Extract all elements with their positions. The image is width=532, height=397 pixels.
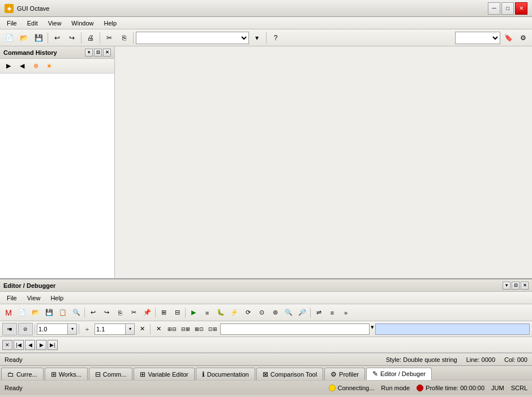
tab-variable-editor[interactable]: ⊞ Variable Editor [134, 368, 194, 380]
ed-times-btn[interactable]: ✕ [136, 323, 148, 335]
save-button[interactable]: 💾 [32, 31, 45, 45]
ch-add-button[interactable]: ⊕ [29, 60, 42, 72]
ed-zoom-in[interactable]: 🔍 [282, 307, 295, 319]
ed-format[interactable]: ≡ [326, 307, 338, 319]
copy-button[interactable]: ⎘ [117, 31, 131, 45]
menu-help[interactable]: Help [99, 18, 121, 29]
ed-open-file[interactable]: 📂 [29, 307, 42, 319]
ch-back-button[interactable]: ◀ [16, 60, 28, 72]
tab-workspace[interactable]: ⊞ Works... [45, 368, 88, 380]
status-scrl: SCRL [511, 385, 527, 391]
tab-comparison-tool[interactable]: ⊠ Comparison Tool [256, 368, 323, 380]
ed-indent[interactable]: ⊞ [157, 307, 170, 319]
ed-debug4[interactable]: ⊙ [255, 307, 268, 319]
panel-menu-button[interactable]: ▾ [85, 49, 93, 57]
tab-comparison-tool-icon: ⊠ [263, 370, 268, 378]
nav-next[interactable]: ▶ [36, 340, 46, 350]
menu-view[interactable]: View [44, 18, 66, 29]
tab-command-history-icon: ⊟ [95, 370, 101, 378]
ed-toggle-bp[interactable]: •■ [2, 323, 17, 335]
redo-button[interactable]: ↪ [65, 31, 79, 45]
ed-debug3[interactable]: ⟳ [242, 307, 254, 319]
editor-undock-button[interactable]: ⊡ [512, 282, 520, 290]
tab-profiler[interactable]: ⚙ Profiler [324, 368, 365, 380]
nav-prev[interactable]: ◀ [25, 340, 35, 350]
ed-find[interactable]: 🔍 [70, 307, 83, 319]
ed-paste2[interactable]: 📌 [141, 307, 153, 319]
ed-octave-icon[interactable]: M [2, 307, 15, 319]
line-number-input[interactable]: 1.0 [37, 323, 68, 335]
tab-editor-debugger[interactable]: ✎ Editor / Debuger [366, 368, 432, 380]
ed-run[interactable]: ▶ [187, 307, 200, 319]
ed-symbols2[interactable]: ⊟⊠ [179, 323, 192, 335]
minimize-button[interactable]: ─ [488, 2, 500, 15]
ed-redo[interactable]: ↪ [100, 307, 113, 319]
ed-clear-bp[interactable]: ⊘ [18, 323, 33, 335]
editor-header: Editor / Debugger ▾ ⊡ ✕ [0, 279, 532, 292]
directory-dropdown[interactable] [136, 32, 249, 44]
ed-save-as[interactable]: 📋 [57, 307, 69, 319]
ed-save-file[interactable]: 💾 [43, 307, 55, 319]
right-dropdown[interactable] [455, 32, 500, 44]
connecting-indicator [329, 385, 336, 391]
command-history-content [0, 74, 114, 278]
editor-close-button[interactable]: ✕ [521, 282, 529, 290]
ch-run-button[interactable]: ▶ [2, 60, 15, 72]
panel-close-button[interactable]: ✕ [103, 49, 111, 57]
ed-undo[interactable]: ↩ [87, 307, 99, 319]
menu-file[interactable]: File [2, 18, 22, 29]
close-button[interactable]: ✕ [515, 2, 527, 15]
ed-copy2[interactable]: ⎘ [114, 307, 126, 319]
ed-symbols3[interactable]: ⊠⊡ [193, 323, 205, 335]
ed-cut2[interactable]: ✂ [127, 307, 140, 319]
col-number-arrow[interactable]: ▾ [126, 323, 135, 335]
ed-plus-btn[interactable]: ÷ [81, 323, 93, 335]
ed-debug1[interactable]: 🐛 [214, 307, 227, 319]
tab-current-dir-icon: 🗀 [7, 370, 14, 378]
tab-profiler-icon: ⚙ [331, 370, 337, 378]
editor-menu-button[interactable]: ▾ [503, 282, 510, 290]
col-number-input[interactable]: 1.1 [95, 323, 126, 335]
profile-indicator [417, 385, 423, 391]
editor-menu-view[interactable]: View [23, 292, 45, 304]
ch-star-button[interactable]: ★ [43, 60, 55, 72]
ed-stop[interactable]: ■ [201, 307, 213, 319]
editor-ready-status: Ready [5, 356, 23, 363]
tab-current-dir[interactable]: 🗀 Curre... [1, 368, 44, 380]
status-profile-time: Profile time: 00:00:00 [426, 385, 484, 391]
ed-unindent[interactable]: ⊟ [171, 307, 183, 319]
ed-more[interactable]: » [340, 307, 352, 319]
menu-window[interactable]: Window [67, 18, 98, 29]
ed-zoom-out[interactable]: 🔎 [296, 307, 308, 319]
ed-symbols4[interactable]: ⊡⊞ [207, 323, 219, 335]
command-history-toolbar: ▶ ◀ ⊕ ★ [0, 59, 114, 74]
search-combo-arrow[interactable]: ▾ [371, 323, 374, 335]
bookmark-button[interactable]: 🔖 [501, 31, 515, 45]
undo-button[interactable]: ↩ [50, 31, 64, 45]
settings-button[interactable]: ⚙ [516, 31, 530, 45]
menu-edit[interactable]: Edit [23, 18, 42, 29]
tab-command-history[interactable]: ⊟ Comm... [89, 368, 133, 380]
editor-menu-help[interactable]: Help [46, 292, 68, 304]
ed-wrap[interactable]: ⇌ [312, 307, 325, 319]
maximize-button[interactable]: □ [501, 2, 514, 15]
editor-menu-file[interactable]: File [2, 292, 22, 304]
ed-debug2[interactable]: ⚡ [228, 307, 241, 319]
new-button[interactable]: 📄 [2, 31, 16, 45]
ed-new-file[interactable]: 📄 [16, 307, 28, 319]
nav-first[interactable]: |◀ [14, 340, 24, 350]
tab-documentation[interactable]: ℹ Documentation [196, 368, 255, 380]
line-number-arrow[interactable]: ▾ [68, 323, 77, 335]
panel-undock-button[interactable]: ⊡ [94, 49, 102, 57]
help-button[interactable]: ? [269, 31, 282, 45]
nav-stop[interactable]: ✕ [2, 340, 12, 350]
ed-x-btn[interactable]: ✕ [152, 323, 165, 335]
cut-button[interactable]: ✂ [102, 31, 116, 45]
browse-button[interactable]: ▾ [250, 31, 264, 45]
ed-debug5[interactable]: ⊚ [269, 307, 281, 319]
print-button[interactable]: 🖨 [84, 31, 97, 45]
ed-symbols1[interactable]: ⊞⊟ [166, 323, 178, 335]
tab-documentation-label: Documentation [207, 371, 249, 378]
nav-last[interactable]: ▶| [48, 340, 58, 350]
open-button[interactable]: 📂 [17, 31, 31, 45]
